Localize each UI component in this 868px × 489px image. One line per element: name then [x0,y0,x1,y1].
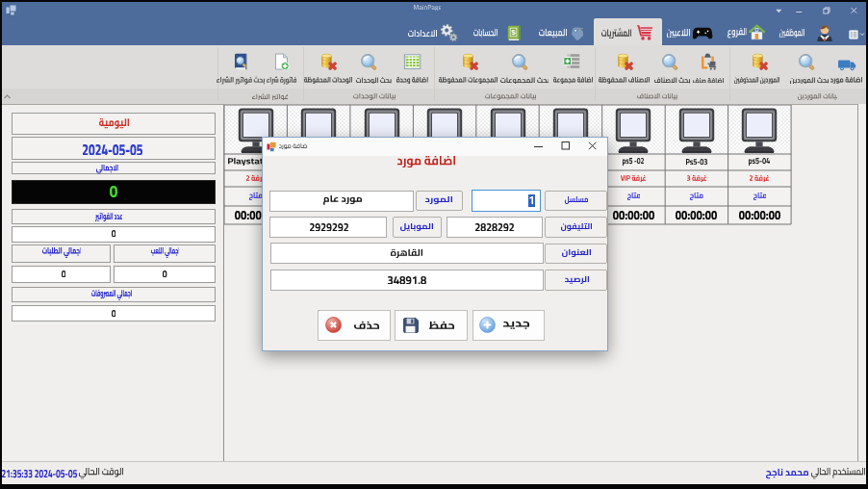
svg-text:$: $ [511,28,516,37]
